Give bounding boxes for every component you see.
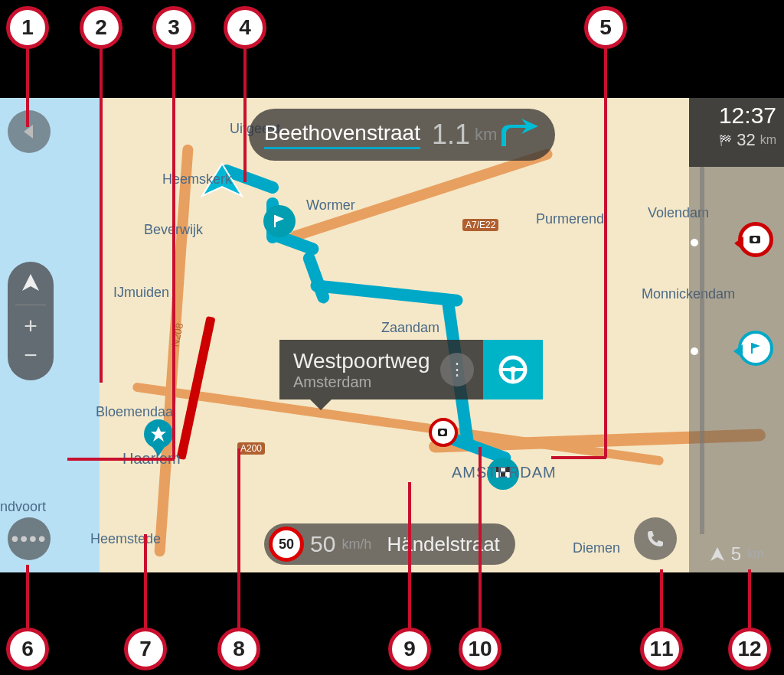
callout-12: 12 [728,628,771,670]
svg-marker-20 [710,547,724,561]
callout-1: 1 [6,6,49,49]
map-city-label: Zaandam [381,320,439,336]
callout-10: 10 [459,628,501,670]
speed-limit-sign: 50 [269,527,304,562]
steering-wheel-icon [498,354,528,385]
map-view[interactable]: Uitgeest Heemskerk Beverwijk IJmuiden Bl… [0,98,784,572]
popup-pointer [310,399,332,410]
menu-dots-icon: •••• [11,527,47,551]
map-city-label: AMSTERDAM [452,464,557,481]
separator [15,305,46,305]
route [310,279,464,308]
nearby-distance: 5 [731,543,741,565]
callout-leader [67,458,175,461]
callout-leader [604,46,607,458]
route-bar-dot [691,239,698,246]
callout-7: 7 [124,628,167,670]
favorite-marker[interactable] [144,419,173,448]
back-arrow-icon [21,123,38,140]
position-arrow-icon [710,546,725,562]
remaining-distance: 32 [737,130,755,150]
popup-body[interactable]: Westpoortweg Amsterdam ⋮ [279,340,483,399]
callout-leader [479,447,482,631]
svg-rect-15 [511,370,514,382]
back-button[interactable] [8,110,51,153]
svg-marker-1 [275,215,284,223]
phone-button[interactable] [634,517,677,560]
map-city-label: Diemen [573,540,620,556]
popup-drive-button[interactable] [483,340,543,399]
phone-icon [645,529,665,549]
destination-flag-icon: 🏁 [719,134,732,146]
route-bar-waypoint-icon[interactable] [738,331,773,366]
callout-leader [172,46,175,459]
popup-subtitle: Amsterdam [293,373,430,391]
main-menu-button[interactable]: •••• [8,517,51,560]
popup-more-button[interactable]: ⋮ [440,353,474,386]
callout-leader [243,46,247,182]
route [302,250,332,305]
map-road-label: A200 [237,442,265,455]
route-bar-dot [691,347,698,355]
more-dots-icon: ⋮ [449,360,466,380]
instruction-distance: 1.1 [432,119,470,151]
callout-9: 9 [388,628,431,670]
route-bar-camera-icon[interactable] [738,222,773,257]
svg-rect-19 [751,343,753,354]
callout-leader [748,569,751,631]
route-start-marker[interactable] [263,205,296,237]
map-city-label: Wormer [306,197,355,214]
svg-marker-7 [151,426,166,442]
speed-panel[interactable]: 50 50 km/h Händelstraat [264,523,515,565]
svg-point-17 [753,237,757,242]
route-bar[interactable]: 12:37 🏁 32 km 5 km [689,98,784,572]
route-bar-track [700,167,704,534]
map-city-label: ndvoort [0,499,46,515]
callout-leader [408,482,411,631]
callout-11: 11 [640,628,683,670]
svg-marker-11 [22,274,39,291]
zoom-out-button[interactable]: − [24,341,38,370]
switch-view-button[interactable] [21,272,41,298]
callout-leader [144,534,147,631]
selected-location-popup: Westpoortweg Amsterdam ⋮ [279,340,543,399]
remaining-distance-unit: km [760,133,776,147]
callout-3: 3 [152,6,195,49]
map-city-label: IJmuiden [113,285,169,301]
map-city-label: Purmerend [536,211,604,227]
callout-leader [26,565,29,631]
callout-leader [100,46,103,383]
map-road [289,148,554,243]
route-bar-current: 5 km [689,543,784,565]
callout-leader [660,569,663,631]
svg-marker-18 [752,343,760,349]
speed-camera-marker[interactable] [429,418,458,447]
arrival-time: 12:37 [697,103,776,129]
turn-right-icon [497,116,540,154]
map-city-label: Heemstede [90,531,161,547]
callout-leader [551,456,606,459]
callout-4: 4 [224,6,266,49]
navigation-arrow-icon [21,272,41,292]
callout-leader [26,46,29,127]
callout-leader [237,448,240,631]
next-instruction-panel[interactable]: Beethovenstraat 1.1 km [249,109,555,161]
speed-unit: km/h [341,536,371,553]
arrival-info-panel[interactable]: 12:37 🏁 32 km [689,98,784,167]
zoom-in-button[interactable]: + [24,311,38,341]
popup-title: Westpoortweg [293,349,430,373]
callout-2: 2 [80,6,122,49]
callout-6: 6 [6,628,49,670]
svg-rect-2 [274,215,276,227]
current-street: Händelstraat [387,533,499,556]
callout-5: 5 [584,6,627,49]
map-road-label: A7/E22 [462,219,498,231]
current-speed: 50 [310,531,335,557]
instruction-distance-unit: km [475,125,497,145]
callout-8: 8 [217,628,260,670]
svg-point-9 [440,430,445,435]
map-city-label: Bloemendaal [96,404,176,420]
view-zoom-control: + − [8,262,54,380]
instruction-street: Beethovenstraat [264,121,420,149]
nearby-distance-unit: km [747,547,763,561]
